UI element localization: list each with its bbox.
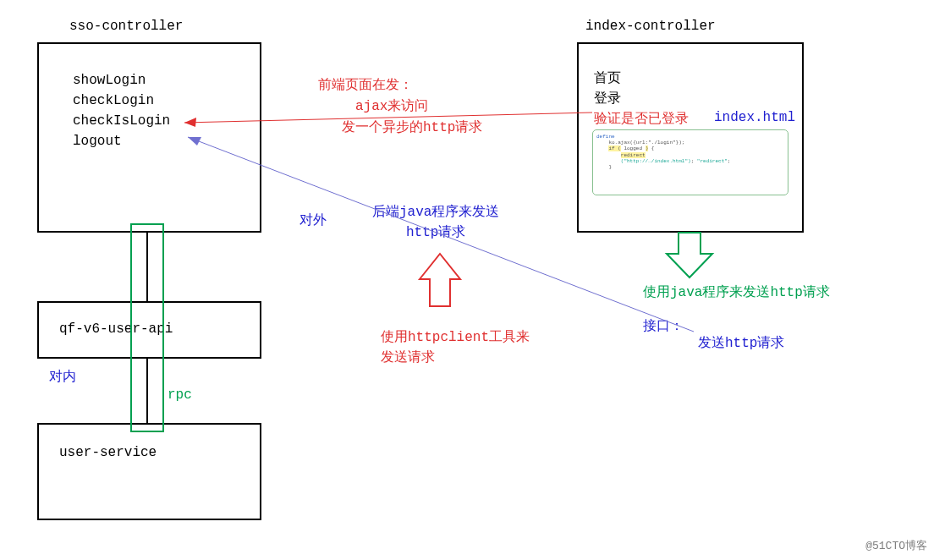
index-controller-title: index-controller	[585, 19, 716, 34]
index-item-3: 验证是否已登录	[594, 110, 689, 128]
interface-label: 接口：	[643, 317, 684, 335]
api-box: qf-v6-user-api	[37, 301, 261, 359]
sso-controller-box: showLogin checkLogin checkIsLogin logout	[37, 42, 261, 233]
internal-label: 对内	[49, 368, 76, 386]
java-send-label: 使用java程序来发送http请求	[643, 283, 830, 301]
sso-method-3: checkIsLogin	[73, 113, 170, 129]
up-arrow-red	[420, 254, 460, 306]
index-item-2: 登录	[594, 90, 621, 107]
sso-controller-title: sso-controller	[69, 19, 183, 34]
index-filename: index.html	[714, 110, 795, 125]
external-label: 对外	[299, 211, 327, 229]
sso-method-4: logout	[73, 134, 122, 149]
frontend-line2: 发一个异步的http请求	[342, 118, 482, 136]
service-name: user-service	[59, 445, 157, 460]
api-name: qf-v6-user-api	[59, 321, 173, 337]
down-arrow-green	[667, 233, 712, 277]
sso-method-2: checkLogin	[73, 93, 154, 108]
user-service-box: user-service	[37, 423, 261, 520]
sso-method-1: showLogin	[73, 73, 146, 88]
frontend-line1: ajax来访问	[355, 97, 428, 115]
backend-title: 后端java程序来发送	[372, 203, 499, 221]
code-snippet: define ko.ajax({url:"./login"}); if ( lo…	[592, 129, 788, 195]
httpclient-line1: 使用httpclient工具来	[381, 328, 530, 346]
index-item-1: 首页	[594, 69, 621, 87]
backend-line1: http请求	[406, 223, 465, 241]
rpc-label: rpc	[168, 387, 192, 403]
watermark: @51CTO博客	[865, 538, 927, 553]
httpclient-line2: 发送请求	[381, 349, 435, 366]
frontend-title: 前端页面在发：	[318, 76, 413, 94]
send-http-label: 发送http请求	[698, 334, 784, 352]
